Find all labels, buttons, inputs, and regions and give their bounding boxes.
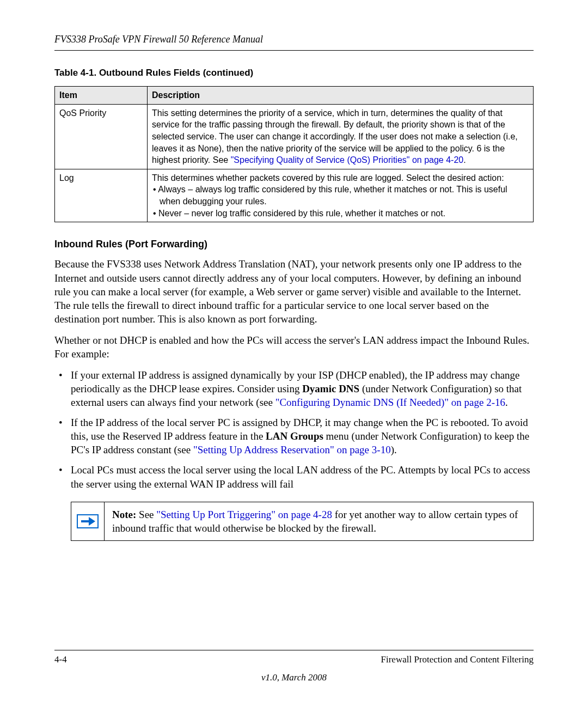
row-description: This setting determines the priority of … <box>148 104 534 169</box>
list-text: . <box>505 397 508 408</box>
header-title: FVS338 ProSafe VPN Firewall 50 Reference… <box>54 34 263 45</box>
bold-text: Dyamic DNS <box>302 383 359 394</box>
list-text: Local PCs must access the local server u… <box>71 464 530 489</box>
footer-chapter: Firewall Protection and Content Filterin… <box>381 654 534 666</box>
list-text: ). <box>391 444 397 455</box>
desc-bullet: Never – never log traffic considered by … <box>152 208 529 220</box>
note-icon-cell <box>71 502 105 541</box>
note-box: Note: See "Setting Up Port Triggering" o… <box>71 502 534 541</box>
table-row: Log This determines whether packets cove… <box>55 169 534 222</box>
list-item: If your external IP address is assigned … <box>54 368 534 409</box>
page-header: FVS338 ProSafe VPN Firewall 50 Reference… <box>54 33 534 51</box>
table-row: QoS Priority This setting determines the… <box>55 104 534 169</box>
bold-text: LAN Groups <box>266 430 323 442</box>
list-item: If the IP address of the local server PC… <box>54 416 534 457</box>
row-item: Log <box>55 169 148 222</box>
row-item: QoS Priority <box>55 104 148 169</box>
body-paragraph: Because the FVS338 uses Network Address … <box>54 257 534 325</box>
desc-bullet: Always – always log traffic considered b… <box>152 184 529 207</box>
footer-version: v1.0, March 2008 <box>54 672 534 684</box>
arrow-right-icon <box>77 514 99 528</box>
desc-text-after: . <box>463 155 465 165</box>
table-header-description: Description <box>148 87 534 105</box>
note-pre: See <box>139 509 156 520</box>
list-item: Local PCs must access the local server u… <box>54 463 534 490</box>
note-text: Note: See "Setting Up Port Triggering" o… <box>105 502 534 541</box>
body-bullet-list: If your external IP address is assigned … <box>54 368 534 491</box>
footer-page-number: 4-4 <box>54 654 67 666</box>
table-caption: Table 4-1. Outbound Rules Fields (contin… <box>54 67 534 80</box>
address-reservation-link[interactable]: "Setting Up Address Reservation" on page… <box>193 444 391 455</box>
row-description: This determines whether packets covered … <box>148 169 534 222</box>
dynamic-dns-link[interactable]: "Configuring Dynamic DNS (If Needed)" on… <box>275 397 505 408</box>
page-footer: 4-4 Firewall Protection and Content Filt… <box>54 650 534 684</box>
desc-intro: This determines whether packets covered … <box>152 172 529 184</box>
port-triggering-link[interactable]: "Setting Up Port Triggering" on page 4-2… <box>156 509 332 520</box>
body-paragraph: Whether or not DHCP is enabled and how t… <box>54 333 534 361</box>
qos-priorities-link[interactable]: "Specifying Quality of Service (QoS) Pri… <box>231 155 464 165</box>
table-header-item: Item <box>55 87 148 105</box>
outbound-rules-table: Item Description QoS Priority This setti… <box>54 86 534 222</box>
section-heading: Inbound Rules (Port Forwarding) <box>54 238 534 251</box>
note-label: Note: <box>112 509 139 520</box>
